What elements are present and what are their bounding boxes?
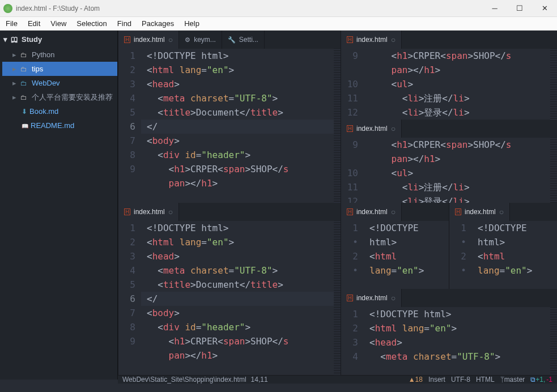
window-title: index.html - F:\Study - Atom (16, 5, 482, 12)
status-insert-mode[interactable]: Insert (428, 376, 445, 384)
editor-pane-bottom-right-2: index.html ○ 1•2• <!DOCTYPE h (449, 203, 557, 289)
warning-icon[interactable]: ▲ (409, 376, 415, 384)
minimap[interactable] (550, 307, 557, 375)
readme-icon (22, 121, 28, 130)
book-icon: 🕮 (11, 35, 18, 44)
line-gutter: 1•2• (341, 221, 364, 289)
tree-folder-webdev[interactable]: ▸ WebDev (2, 76, 117, 90)
menu-selection[interactable]: Selection (76, 19, 107, 28)
tree-label: Book.md (29, 107, 58, 116)
tab-index-html[interactable]: index.html ○ (341, 31, 402, 49)
chevron-down-icon: ▾ (3, 35, 7, 44)
tab-keymap[interactable]: keym... (179, 31, 222, 49)
tab-index-html[interactable]: index.html ○ (341, 203, 402, 221)
project-name: Study (22, 35, 42, 44)
code-editor[interactable]: 1234 <!DOCTYPE html> <html lang="en"> <h… (341, 307, 557, 375)
editor-pane-bottom-right-3: index.html ○ 1234 <!DOCTYPE html> <html … (341, 289, 557, 375)
tree-folder-platform[interactable]: ▸ 个人平台需要安装及推荐 (2, 90, 117, 104)
status-language[interactable]: HTML (476, 376, 495, 384)
code-content[interactable]: <!DOCTYPE html> <html lang="en"> <head> … (364, 307, 557, 375)
tree-file-readme-md[interactable]: README.md (2, 118, 117, 133)
tab-bar: index.html ○ (341, 31, 557, 49)
maximize-button[interactable]: ☐ (507, 0, 532, 17)
code-editor[interactable]: 9101112 <h1>CRPER<span>SHOP</s pan></h1>… (341, 49, 557, 120)
code-editor[interactable]: 1•2• <!DOCTYPE html> <html lang="en"> (341, 221, 449, 289)
close-icon[interactable]: ○ (391, 35, 396, 44)
status-git-deletions[interactable]: -1 (546, 376, 552, 384)
minimap[interactable] (550, 138, 557, 208)
tree-file-book-md[interactable]: Book.md (2, 104, 117, 118)
tab-index-html[interactable]: index.html ○ (118, 203, 179, 221)
close-icon[interactable]: ○ (168, 207, 173, 216)
tab-bar: index.html ○ keym... Setti... (118, 31, 341, 49)
minimize-button[interactable]: ─ (482, 0, 507, 17)
menu-edit[interactable]: Edit (28, 19, 40, 28)
minimap[interactable] (550, 49, 557, 120)
menu-file[interactable]: File (6, 19, 18, 28)
status-encoding[interactable]: UTF-8 (451, 376, 470, 384)
project-root[interactable]: ▾ 🕮 Study (0, 31, 117, 48)
close-icon[interactable]: ○ (499, 207, 504, 216)
code-content[interactable]: <!DOCTYPE html> <html lang="en"> <head> … (141, 221, 341, 375)
markdown-icon (22, 107, 27, 116)
tab-settings[interactable]: Setti... (222, 31, 265, 49)
tab-bar: index.html ○ (341, 203, 449, 221)
gear-icon (185, 36, 190, 44)
code-content[interactable]: <h1>CRPER<span>SHOP</s pan></h1> <ul> <l… (364, 49, 557, 120)
editor-pane-top-left: index.html ○ keym... Setti... (118, 31, 341, 203)
code-editor[interactable]: 1•2• <!DOCTYPE html> <html lang="en"> (449, 221, 557, 289)
status-file-path[interactable]: WebDev\Static_Site\Shopping\index.html (122, 376, 246, 384)
close-icon[interactable]: ○ (391, 124, 396, 133)
tab-bar: index.html ○ (449, 203, 557, 221)
tree-label: tips (32, 65, 43, 73)
html-file-icon (347, 36, 353, 44)
menu-find[interactable]: Find (117, 19, 131, 28)
chevron-right-icon: ▸ (12, 93, 19, 101)
tab-bar: index.html ○ (341, 289, 557, 307)
editor-pane-top-right-1: index.html ○ 9101112 <h1>CRPER<span>SHOP… (341, 31, 557, 120)
code-editor[interactable]: 9101112 <h1>CRPER<span>SHOP</s pan></h1>… (341, 138, 557, 208)
code-content[interactable]: <!DOCTYPE html> <html lang="en"> (364, 221, 449, 289)
chevron-right-icon: ▸ (12, 50, 19, 59)
menu-help[interactable]: Help (184, 19, 199, 28)
minimap[interactable] (334, 221, 341, 375)
editor-pane-bottom-left: index.html ○ 123456789 <!DOCTYPE html> <… (118, 203, 341, 375)
code-content[interactable]: <!DOCTYPE html> <html lang="en"> <head> … (141, 49, 341, 203)
status-cursor-position[interactable]: 14,11 (251, 376, 268, 384)
chevron-right-icon: ▸ (12, 65, 19, 73)
folder-icon (20, 79, 29, 87)
tab-index-html[interactable]: index.html ○ (341, 289, 402, 307)
close-icon[interactable]: ○ (391, 207, 396, 216)
menu-packages[interactable]: Packages (142, 19, 174, 28)
chevron-right-icon: ▸ (12, 79, 19, 87)
html-file-icon (124, 36, 130, 44)
menu-view[interactable]: View (50, 19, 66, 28)
tab-index-html[interactable]: index.html ○ (118, 31, 179, 49)
tree-label: 个人平台需要安装及推荐 (32, 92, 113, 103)
line-gutter: 1234 (341, 307, 364, 375)
tab-index-html[interactable]: index.html ○ (341, 120, 402, 138)
tree-folder-tips[interactable]: ▸ tips (2, 62, 117, 76)
folder-icon (20, 50, 29, 59)
git-diff-icon: ⧉ (530, 376, 535, 384)
code-editor[interactable]: 123456789 <!DOCTYPE html> <html lang="en… (118, 221, 341, 375)
editor-pane-bottom-right-1: index.html ○ 1•2• <!DOCTYPE h (341, 203, 449, 289)
menu-bar: File Edit View Selection Find Packages H… (0, 17, 557, 31)
status-git-additions[interactable]: +1, (535, 376, 545, 384)
close-icon[interactable]: ○ (391, 293, 396, 302)
window-titlebar: index.html - F:\Study - Atom ─ ☐ ✕ (0, 0, 557, 17)
atom-app-icon (3, 4, 12, 13)
minimap[interactable] (334, 49, 341, 203)
code-editor[interactable]: 123456789 <!DOCTYPE html> <html lang="en… (118, 49, 341, 203)
tab-index-html[interactable]: index.html ○ (449, 203, 510, 221)
folder-icon (20, 65, 29, 73)
close-icon[interactable]: ○ (168, 35, 173, 44)
line-gutter: 1•2• (449, 221, 472, 289)
code-content[interactable]: <!DOCTYPE html> <html lang="en"> (472, 221, 557, 289)
status-bar: WebDev\Static_Site\Shopping\index.html 1… (118, 375, 557, 384)
code-content[interactable]: <h1>CRPER<span>SHOP</s pan></h1> <ul> <l… (364, 138, 557, 208)
lint-count[interactable]: 18 (415, 376, 423, 384)
close-window-button[interactable]: ✕ (532, 0, 557, 17)
status-git-branch[interactable]: master (504, 376, 525, 384)
tree-folder-python[interactable]: ▸ Python (2, 48, 117, 62)
